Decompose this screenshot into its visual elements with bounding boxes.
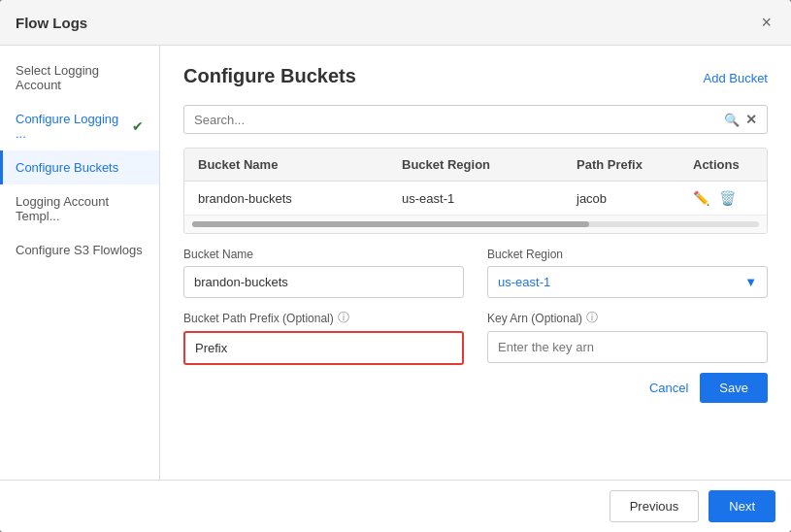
check-icon: ✔	[132, 118, 144, 134]
sidebar-label-configure-buckets: Configure Buckets	[16, 160, 118, 175]
cancel-button[interactable]: Cancel	[649, 381, 688, 395]
flow-logs-modal: Flow Logs × Select Logging Account Confi…	[0, 0, 791, 532]
path-prefix-info-icon[interactable]: ⓘ	[338, 310, 349, 326]
td-actions: ✏️ 🗑️	[679, 182, 767, 216]
th-actions: Actions	[679, 149, 767, 182]
sidebar-label-logging-account-templ: Logging Account Templ...	[16, 194, 144, 223]
buckets-table: Bucket Name Bucket Region Path Prefix Ac…	[184, 149, 767, 215]
sidebar-item-configure-s3-flowlogs[interactable]: Configure S3 Flowlogs	[0, 233, 159, 267]
td-bucket-name: brandon-buckets	[184, 182, 388, 216]
form-row-1: Bucket Name Bucket Region us-east-1 ▼	[183, 248, 768, 298]
key-arn-input[interactable]	[487, 331, 768, 363]
delete-icon[interactable]: 🗑️	[719, 190, 736, 206]
page-title: Configure Buckets	[183, 65, 356, 87]
modal-footer: Previous Next	[0, 480, 791, 532]
action-icons: ✏️ 🗑️	[693, 190, 753, 206]
key-arn-group: Key Arn (Optional) ⓘ	[487, 310, 768, 365]
horizontal-scrollbar[interactable]	[192, 221, 759, 227]
bucket-name-group: Bucket Name	[183, 248, 464, 298]
bucket-region-value: us-east-1	[498, 275, 550, 289]
bucket-path-prefix-label: Bucket Path Prefix (Optional) ⓘ	[183, 310, 464, 326]
close-button[interactable]: ×	[757, 12, 775, 33]
add-bucket-button[interactable]: Add Bucket	[704, 71, 769, 85]
previous-button[interactable]: Previous	[610, 490, 700, 522]
th-bucket-region: Bucket Region	[388, 149, 563, 182]
form-row-2: ➤ Bucket Path Prefix (Optional) ⓘ Key Ar	[183, 310, 768, 365]
table-header-row: Bucket Name Bucket Region Path Prefix Ac…	[184, 149, 767, 182]
td-path-prefix: jacob	[563, 182, 679, 216]
td-bucket-region: us-east-1	[388, 182, 563, 216]
main-content: Configure Buckets Add Bucket 🔍 ✕	[160, 46, 791, 480]
sidebar-item-configure-logging[interactable]: Configure Logging ... ✔	[0, 102, 159, 150]
save-button[interactable]: Save	[700, 373, 768, 403]
sidebar-item-select-logging-account[interactable]: Select Logging Account	[0, 53, 159, 102]
edit-icon[interactable]: ✏️	[693, 190, 709, 206]
chevron-down-icon: ▼	[744, 275, 757, 289]
modal-title: Flow Logs	[16, 15, 87, 31]
search-bar: 🔍 ✕	[183, 105, 768, 134]
bucket-name-label: Bucket Name	[183, 248, 464, 261]
bucket-path-prefix-group: Bucket Path Prefix (Optional) ⓘ	[183, 310, 464, 365]
form-actions: Cancel Save	[183, 373, 768, 403]
sidebar-label-configure-logging: Configure Logging ...	[16, 112, 126, 141]
bucket-name-input[interactable]	[183, 266, 464, 298]
table-row: brandon-buckets us-east-1 jacob ✏️ 🗑️	[184, 182, 767, 216]
search-icons: 🔍 ✕	[724, 112, 757, 127]
search-input[interactable]	[194, 113, 716, 127]
clear-search-icon[interactable]: ✕	[745, 112, 757, 127]
th-bucket-name: Bucket Name	[184, 149, 388, 182]
bucket-region-label: Bucket Region	[487, 248, 768, 261]
form-container: Bucket Name Bucket Region us-east-1 ▼	[183, 248, 768, 403]
sidebar-label-configure-s3-flowlogs: Configure S3 Flowlogs	[16, 243, 143, 257]
key-arn-info-icon[interactable]: ⓘ	[586, 310, 598, 326]
modal-body: Select Logging Account Configure Logging…	[0, 46, 791, 480]
bucket-path-prefix-input[interactable]	[183, 331, 464, 365]
sidebar-item-logging-account-templ[interactable]: Logging Account Templ...	[0, 184, 159, 233]
next-button[interactable]: Next	[709, 490, 775, 522]
sidebar-item-configure-buckets[interactable]: Configure Buckets	[0, 150, 159, 184]
bucket-region-select[interactable]: us-east-1 ▼	[487, 266, 768, 298]
sidebar-label-select-logging-account: Select Logging Account	[16, 63, 144, 92]
search-icon: 🔍	[724, 113, 740, 127]
th-path-prefix: Path Prefix	[563, 149, 679, 182]
key-arn-label: Key Arn (Optional) ⓘ	[487, 310, 768, 326]
bucket-region-group: Bucket Region us-east-1 ▼	[487, 248, 768, 298]
sidebar: Select Logging Account Configure Logging…	[0, 46, 160, 480]
table-container: Bucket Name Bucket Region Path Prefix Ac…	[183, 148, 768, 234]
modal-header: Flow Logs ×	[0, 0, 791, 46]
